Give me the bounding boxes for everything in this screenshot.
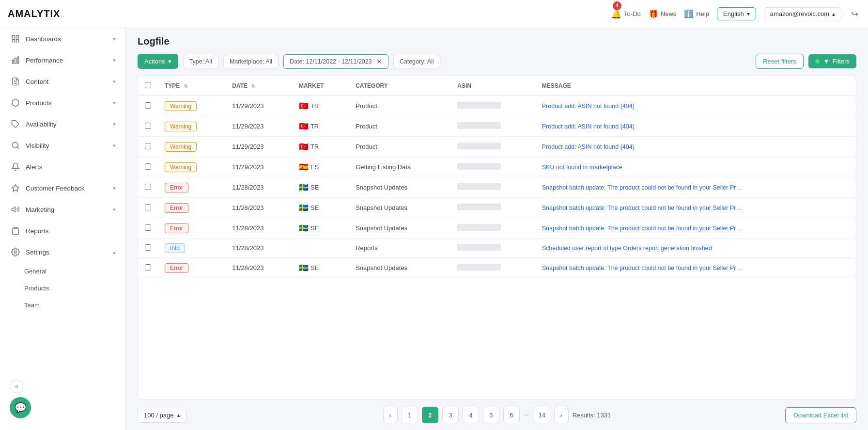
- message-cell[interactable]: Scheduled user report of type Orders rep…: [535, 239, 856, 258]
- type-badge: Warning: [165, 122, 197, 131]
- message-cell[interactable]: Snapshot batch update: The product could…: [535, 198, 856, 218]
- package-icon: [11, 98, 20, 107]
- flag-icon: 🇸🇪: [299, 263, 309, 272]
- sidebar-sub-item-team[interactable]: Team: [0, 297, 125, 314]
- todo-nav-item[interactable]: 🔔 4 To-Do: [611, 9, 641, 19]
- page-1-button[interactable]: 1: [402, 407, 418, 423]
- category-filter[interactable]: Category: All: [393, 55, 440, 68]
- main-content: Logfile Actions ▾ Type: All Marketplace:…: [126, 28, 868, 430]
- logout-button[interactable]: ↪: [849, 7, 860, 21]
- message-link[interactable]: Snapshot batch update: The product could…: [542, 205, 745, 211]
- todo-label: To-Do: [624, 10, 641, 17]
- market-cell: 🇹🇷TR: [292, 116, 349, 137]
- type-badge: Error: [165, 223, 188, 233]
- help-icon: ℹ️: [684, 9, 694, 18]
- date-filter-close-icon[interactable]: ✕: [376, 58, 382, 65]
- date-cell: 11/29/2023: [225, 157, 292, 177]
- market-code: SE: [310, 264, 319, 271]
- sidebar-collapse-button[interactable]: «: [10, 380, 23, 393]
- row-checkbox[interactable]: [145, 163, 151, 170]
- news-nav-item[interactable]: 🎁 News: [649, 9, 677, 18]
- svg-line-12: [17, 147, 18, 148]
- sidebar-item-reports[interactable]: Reports: [0, 220, 125, 241]
- message-link[interactable]: SKU not found in marketplace: [542, 164, 745, 171]
- chevron-down-icon: ▾: [113, 100, 116, 106]
- market-code: SE: [310, 204, 319, 211]
- type-cell: Warning: [158, 137, 225, 157]
- help-nav-item[interactable]: ℹ️ Help: [684, 9, 709, 18]
- sidebar-item-performance[interactable]: Performance ▾: [0, 49, 125, 71]
- reset-filters-button[interactable]: Reset filters: [756, 54, 804, 69]
- type-filter[interactable]: Type: All: [183, 55, 218, 68]
- sidebar-item-products[interactable]: Products ▾: [0, 92, 125, 113]
- user-account-selector[interactable]: amazon@revoic.com ▴: [764, 7, 841, 20]
- page-4-button[interactable]: 4: [463, 407, 479, 423]
- message-link[interactable]: Scheduled user report of type Orders rep…: [542, 245, 745, 252]
- chevron-down-icon: ▾: [113, 36, 116, 42]
- asin-value: [457, 224, 501, 231]
- market-cell: 🇹🇷TR: [292, 137, 349, 157]
- message-cell[interactable]: Snapshot batch update: The product could…: [535, 177, 856, 198]
- page-3-button[interactable]: 3: [442, 407, 459, 423]
- select-all-header[interactable]: [138, 76, 158, 96]
- row-checkbox[interactable]: [145, 204, 151, 210]
- page-6-button[interactable]: 6: [503, 407, 520, 423]
- row-checkbox[interactable]: [145, 102, 151, 109]
- select-all-checkbox[interactable]: [145, 82, 151, 88]
- sidebar-sub-item-general[interactable]: General: [0, 263, 125, 280]
- sidebar-item-alerts[interactable]: Alerts: [0, 156, 125, 177]
- svg-point-11: [12, 142, 18, 148]
- marketplace-filter[interactable]: Marketplace: All: [223, 55, 279, 68]
- category-cell: Snapshot Updates: [349, 198, 450, 218]
- message-link[interactable]: Product add: ASIN not found (404): [542, 143, 745, 150]
- sidebar-item-content[interactable]: Content ▾: [0, 71, 125, 92]
- download-excel-button[interactable]: Download Excel list: [785, 407, 856, 423]
- row-checkbox[interactable]: [145, 184, 151, 190]
- row-checkbox[interactable]: [145, 264, 151, 271]
- message-link[interactable]: Snapshot batch update: The product could…: [542, 184, 745, 191]
- row-checkbox[interactable]: [145, 123, 151, 129]
- language-selector[interactable]: English ▾: [717, 7, 756, 20]
- row-checkbox[interactable]: [145, 143, 151, 149]
- message-link[interactable]: Product add: ASIN not found (404): [542, 103, 745, 110]
- message-cell[interactable]: Snapshot batch update: The product could…: [535, 258, 856, 278]
- sidebar-item-visibility[interactable]: Visibility ▾: [0, 135, 125, 156]
- search-icon: [11, 141, 20, 150]
- sidebar-sub-item-products[interactable]: Products: [0, 280, 125, 297]
- filters-button[interactable]: ▼ Filters: [808, 54, 856, 68]
- sidebar-item-settings[interactable]: Settings ▴: [0, 241, 125, 263]
- type-column-header[interactable]: TYPE ⇅: [158, 76, 225, 96]
- sidebar-item-customer-feedback[interactable]: Customer Feedback ▾: [0, 177, 125, 199]
- page-2-button[interactable]: 2: [422, 407, 438, 423]
- asin-cell: [450, 96, 535, 116]
- message-link[interactable]: Snapshot batch update: The product could…: [542, 225, 745, 232]
- actions-button[interactable]: Actions ▾: [138, 54, 178, 69]
- row-checkbox[interactable]: [145, 224, 151, 231]
- message-cell[interactable]: Snapshot batch update: The product could…: [535, 218, 856, 239]
- date-column-header[interactable]: DATE ⇅: [225, 76, 292, 96]
- page-5-button[interactable]: 5: [483, 407, 499, 423]
- next-page-button[interactable]: ›: [554, 407, 569, 423]
- prev-page-button[interactable]: ‹: [383, 407, 398, 423]
- per-page-selector[interactable]: 100 / page ▴: [138, 408, 186, 423]
- market-code: TR: [310, 102, 319, 110]
- message-cell[interactable]: Product add: ASIN not found (404): [535, 116, 856, 137]
- chevron-down-icon: ▾: [113, 207, 116, 213]
- message-cell[interactable]: Product add: ASIN not found (404): [535, 137, 856, 157]
- sidebar-item-marketing[interactable]: Marketing ▾: [0, 199, 125, 220]
- asin-value: [457, 163, 501, 170]
- chat-button[interactable]: 💬: [10, 397, 31, 418]
- message-cell[interactable]: Product add: ASIN not found (404): [535, 96, 856, 116]
- flag-icon: 🇹🇷: [299, 101, 309, 111]
- page-14-button[interactable]: 14: [534, 407, 550, 423]
- row-checkbox[interactable]: [145, 244, 151, 251]
- type-cell: Warning: [158, 157, 225, 177]
- message-link[interactable]: Product add: ASIN not found (404): [542, 123, 745, 130]
- date-filter[interactable]: Date: 12/11/2022 - 12/11/2023 ✕: [283, 54, 388, 69]
- sidebar-item-availability[interactable]: Availability ▾: [0, 113, 125, 135]
- asin-value: [457, 143, 501, 149]
- sidebar-item-dashboards[interactable]: Dashboards ▾: [0, 28, 125, 49]
- chat-icon: 💬: [15, 402, 27, 414]
- message-link[interactable]: Snapshot batch update: The product could…: [542, 265, 745, 271]
- message-cell[interactable]: SKU not found in marketplace: [535, 157, 856, 177]
